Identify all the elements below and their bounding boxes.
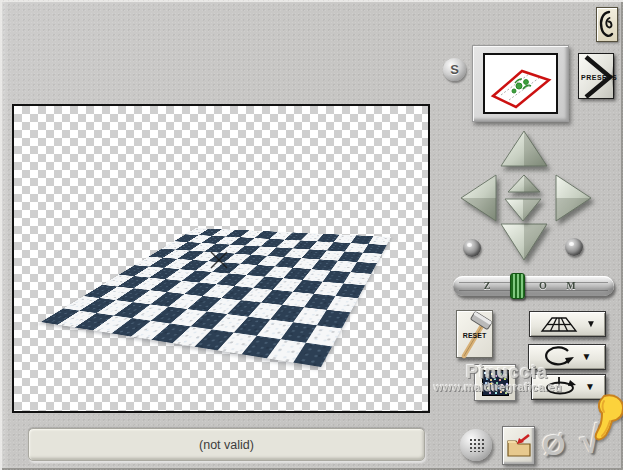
random-seed-label: S	[450, 62, 459, 77]
texture-swatch-icon	[482, 370, 509, 396]
perspective-plane	[41, 228, 391, 367]
open-folder-import-icon	[506, 433, 533, 459]
rotate-dropdown-button[interactable]: ▼	[528, 344, 606, 370]
x-cursor-marker	[210, 251, 228, 269]
presets-label: PRESETS	[579, 74, 613, 81]
fine-down-button[interactable]	[503, 196, 543, 224]
spin-axis-dropdown-button[interactable]: ▼	[531, 374, 606, 400]
pear-curl-icon	[597, 8, 617, 41]
texture-pattern-button[interactable]	[474, 364, 516, 401]
preview-thumbnail-frame[interactable]	[472, 45, 569, 122]
cancel-button[interactable]: Ø	[542, 428, 565, 462]
nudge-right-button[interactable]	[552, 172, 594, 224]
zoom-letter: O	[537, 280, 549, 291]
open-preset-folder-button[interactable]	[502, 426, 535, 465]
status-text: (not valid)	[199, 438, 254, 452]
rotate-circle-icon	[543, 345, 575, 369]
presets-button[interactable]: PRESETS	[578, 53, 614, 99]
fine-up-button[interactable]	[506, 173, 542, 195]
preview-thumbnail	[483, 53, 558, 114]
right-knob[interactable]	[565, 238, 583, 256]
dropdown-arrow-icon: ▼	[582, 352, 592, 362]
nudge-down-button[interactable]	[498, 220, 550, 264]
dial-grid-button[interactable]	[460, 429, 492, 461]
preview-area[interactable]	[12, 104, 430, 413]
reset-label: RESET	[457, 332, 492, 339]
zoom-letter: M	[565, 280, 577, 291]
left-knob[interactable]	[463, 239, 481, 257]
zoom-slider-thumb[interactable]	[510, 273, 525, 299]
pear-logo-button[interactable]	[596, 7, 618, 42]
plugin-window: S PRESETS	[0, 0, 623, 470]
spin-axis-icon	[542, 376, 578, 398]
random-seed-button[interactable]: S	[443, 58, 466, 81]
status-bar[interactable]: (not valid)	[28, 428, 425, 461]
pixel-dots	[484, 372, 486, 374]
zoom-slider[interactable]: Z O O M	[453, 276, 614, 296]
perspective-grid-icon	[539, 315, 579, 333]
ok-button[interactable]: √	[576, 419, 601, 463]
dot-grid-icon	[468, 437, 484, 452]
dropdown-arrow-icon: ▼	[586, 319, 596, 329]
nudge-up-button[interactable]	[498, 128, 550, 170]
dropdown-arrow-icon: ▼	[585, 382, 595, 392]
perspective-grid-dropdown-button[interactable]: ▼	[529, 311, 606, 337]
nudge-left-button[interactable]	[458, 172, 500, 224]
tilted-plane-preview-icon	[485, 55, 556, 112]
reset-button[interactable]: RESET	[456, 310, 493, 358]
zoom-letter: Z	[481, 280, 493, 291]
